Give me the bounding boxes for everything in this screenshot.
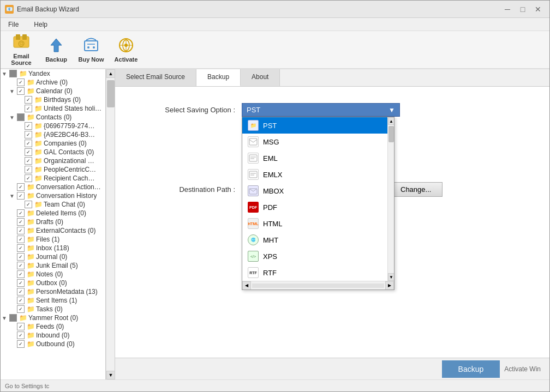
tree-item-us-holic[interactable]: 📁 United States holic...: [1, 104, 105, 113]
checkbox-tasks[interactable]: [17, 305, 25, 313]
hscroll-right[interactable]: ▶: [385, 281, 394, 290]
tree-item-sent[interactable]: 📁 Sent Items (1): [1, 296, 105, 305]
tree-item-archive[interactable]: 📁 Archive (0): [1, 78, 105, 87]
checkbox-recipient[interactable]: [25, 174, 32, 182]
tree-item-outbox[interactable]: 📁 Outbox (0): [1, 279, 105, 287]
checkbox-us-holic[interactable]: [25, 105, 32, 112]
checkbox-outbound[interactable]: [17, 340, 25, 348]
tree-item-peoplecc[interactable]: 📁 PeopleCentricCon...: [1, 165, 105, 174]
tree-item-recipient[interactable]: 📁 Recipient Cache (1...: [1, 174, 105, 183]
tab-backup[interactable]: Backup: [196, 69, 241, 86]
change-button[interactable]: Change...: [389, 182, 443, 197]
checkbox-inbound[interactable]: [17, 331, 25, 339]
tree-item-inbox[interactable]: 📁 Inbox (118): [1, 244, 105, 252]
dropdown-item-mht[interactable]: 🌐 MHT: [242, 232, 387, 248]
checkbox-inbox[interactable]: [17, 244, 25, 252]
checkbox-guid1[interactable]: [25, 122, 32, 130]
tree-item-feeds[interactable]: 📁 Feeds (0): [1, 322, 105, 331]
tree-item-external[interactable]: 📁 ExternalContacts (0): [1, 226, 105, 235]
checkbox-teamchat[interactable]: [25, 201, 32, 208]
tree-item-outbound[interactable]: 📁 Outbound (0): [1, 340, 105, 348]
dropdown-scroll-thumb[interactable]: [388, 126, 394, 142]
tree-item-calendar[interactable]: ▼ 📁 Calendar (0): [1, 87, 105, 95]
dropdown-scroll-down[interactable]: ▼: [388, 273, 394, 281]
tree-item-tasks[interactable]: 📁 Tasks (0): [1, 305, 105, 313]
tree-item-guid2[interactable]: 📁 {A9E2BC46-B3A0-...: [1, 130, 105, 139]
tree-item-junk[interactable]: 📁 Junk Email (5): [1, 261, 105, 270]
tree-item-inbound[interactable]: 📁 Inbound (0): [1, 331, 105, 340]
saving-option-select[interactable]: PST ▼: [242, 103, 400, 117]
scroll-down-button[interactable]: ▼: [106, 371, 115, 379]
dropdown-item-pst[interactable]: 📁 PST: [242, 117, 387, 134]
checkbox-guid2[interactable]: [25, 131, 32, 138]
checkbox-archive[interactable]: [17, 79, 25, 86]
tree-item-notes[interactable]: 📁 Notes (0): [1, 270, 105, 279]
checkbox-org[interactable]: [25, 157, 32, 165]
checkbox-outbox[interactable]: [17, 279, 25, 287]
checkbox-sent[interactable]: [17, 297, 25, 304]
backup-button[interactable]: Backup: [40, 33, 73, 66]
minimize-button[interactable]: ─: [500, 3, 515, 15]
checkbox-deleted[interactable]: [17, 209, 25, 217]
checkbox-peoplecc[interactable]: [25, 166, 32, 173]
checkbox-feeds[interactable]: [17, 323, 25, 330]
dropdown-scroll-up[interactable]: ▲: [388, 117, 394, 125]
checkbox-files[interactable]: [17, 236, 25, 243]
menu-help[interactable]: Help: [31, 20, 51, 29]
tree-item-yandex[interactable]: ▼ 📁 Yandex: [1, 69, 105, 78]
tree-item-gal[interactable]: 📁 GAL Contacts (0): [1, 148, 105, 156]
tree-item-companies[interactable]: 📁 Companies (0): [1, 139, 105, 148]
checkbox-birthdays[interactable]: [25, 96, 32, 104]
scroll-thumb[interactable]: [107, 80, 115, 107]
menu-file[interactable]: File: [5, 20, 22, 29]
checkbox-junk[interactable]: [17, 262, 25, 269]
checkbox-conv-action[interactable]: [17, 183, 25, 191]
dropdown-item-xps[interactable]: </> XPS: [242, 248, 387, 264]
tree-item-files[interactable]: 📁 Files (1): [1, 235, 105, 244]
folder-icon: 📁: [27, 113, 35, 121]
close-button[interactable]: ✕: [531, 3, 545, 15]
email-source-button[interactable]: @ Email Source: [5, 33, 38, 66]
maximize-button[interactable]: □: [516, 3, 530, 15]
expand-icon: ▼: [1, 315, 8, 321]
pst-icon: 📁: [248, 120, 259, 131]
tab-about[interactable]: About: [241, 69, 280, 86]
checkbox-journal[interactable]: [17, 253, 25, 261]
tree-item-journal[interactable]: 📁 Journal (0): [1, 252, 105, 261]
checkbox-conv-history[interactable]: [17, 192, 25, 200]
checkbox-drafts[interactable]: [17, 218, 25, 226]
scroll-up-button[interactable]: ▲: [106, 69, 115, 78]
dropdown-item-rtf[interactable]: RTF RTF: [242, 264, 387, 281]
dropdown-item-html[interactable]: HTML HTML: [242, 215, 387, 232]
dropdown-item-msg[interactable]: MSG: [242, 134, 387, 150]
final-backup-button[interactable]: Backup: [442, 360, 500, 378]
dropdown-item-mbox[interactable]: MBOX: [242, 183, 387, 199]
tree-item-guid1[interactable]: 📁 {06967759-274D-4(...: [1, 122, 105, 130]
tree-item-org[interactable]: 📁 Organizational Con...: [1, 156, 105, 165]
dropdown-item-eml[interactable]: EML: [242, 150, 387, 166]
tree-item-birthdays[interactable]: 📁 Birthdays (0): [1, 95, 105, 104]
hscroll-left[interactable]: ◀: [242, 281, 251, 290]
tree-item-conv-action[interactable]: 📁 Conversation Action S...: [1, 183, 105, 191]
tree-item-contacts[interactable]: ▼ 📁 Contacts (0): [1, 113, 105, 122]
tab-select-email-source[interactable]: Select Email Source: [115, 69, 196, 86]
tree-item-conv-history[interactable]: ▼ 📁 Conversation History: [1, 191, 105, 200]
tree-item-deleted[interactable]: 📁 Deleted Items (0): [1, 209, 105, 218]
checkbox-companies[interactable]: [25, 140, 32, 147]
tree-item-drafts[interactable]: 📁 Drafts (0): [1, 218, 105, 226]
tree-item-yammer[interactable]: ▼ 📁 Yammer Root (0): [1, 313, 105, 322]
tree-item-teamchat[interactable]: 📁 Team Chat (0): [1, 200, 105, 209]
checkbox-yandex[interactable]: [9, 70, 17, 77]
checkbox-personmeta[interactable]: [17, 288, 25, 295]
checkbox-gal[interactable]: [25, 148, 32, 156]
buy-now-button[interactable]: Buy Now: [75, 33, 107, 66]
checkbox-calendar[interactable]: [17, 87, 25, 95]
activate-button[interactable]: Activate: [110, 33, 142, 66]
checkbox-yammer[interactable]: [9, 314, 17, 322]
dropdown-item-pdf[interactable]: PDF PDF: [242, 199, 387, 215]
tree-item-personmeta[interactable]: 📁 PersonMetadata (13): [1, 287, 105, 296]
dropdown-item-emlx[interactable]: EMLX: [242, 166, 387, 183]
checkbox-contacts[interactable]: [17, 113, 25, 121]
checkbox-notes[interactable]: [17, 270, 25, 278]
checkbox-external[interactable]: [17, 227, 25, 234]
